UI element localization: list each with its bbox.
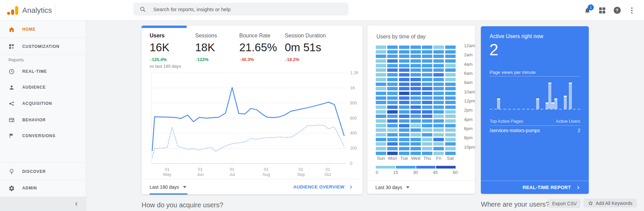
heatmap-cell <box>410 64 421 67</box>
heatmap-cell <box>387 78 398 81</box>
heatmap-cell <box>399 110 409 114</box>
person-icon <box>8 84 15 91</box>
apps-button[interactable] <box>595 3 610 18</box>
add-all-keywords-button[interactable]: Add All Keywords <box>584 199 637 207</box>
svg-text:400: 400 <box>350 131 357 135</box>
real-time-report-link[interactable]: REAL-TIME REPORT <box>523 185 581 190</box>
sidebar-item-audience[interactable]: AUDIENCE <box>0 80 86 95</box>
heatmap-cell <box>410 78 421 81</box>
realtime-table-divider <box>490 125 580 126</box>
heatmap-cell <box>376 152 386 155</box>
heatmap-cell <box>433 96 444 100</box>
heatmap-cell <box>399 152 409 155</box>
audience-overview-link[interactable]: AUDIENCE OVERVIEW <box>293 184 353 189</box>
heatmap-cell <box>376 115 386 118</box>
sidebar-item-conversions[interactable]: CONVERSIONS <box>0 128 86 143</box>
heatmap-cell <box>445 110 456 114</box>
heatmap-cell <box>387 142 398 146</box>
heatmap-cell <box>399 142 409 146</box>
heatmap-day-labels: SunMonTueWedThuFriSat <box>376 156 457 161</box>
sidebar-item-acquisition[interactable]: ACQUISITION <box>0 96 86 111</box>
pageviews-label: Page views per minute <box>490 70 536 75</box>
heatmap-cell <box>445 128 456 132</box>
heatmap-cell <box>387 96 398 100</box>
heatmap-cell <box>376 73 386 77</box>
heatmap-cell <box>445 59 456 63</box>
apps-grid-icon <box>599 7 605 13</box>
heatmap-cell <box>433 133 444 137</box>
behavior-icon <box>8 117 15 123</box>
pageviews-bar <box>497 98 500 109</box>
heatmap-cell <box>387 46 398 49</box>
heatmap-cell <box>376 92 386 95</box>
sidebar-item-behavior[interactable]: BEHAVIOR <box>0 113 86 127</box>
heatmap-cell <box>422 142 432 146</box>
heatmap-cell <box>445 115 456 118</box>
sidebar-item-discover[interactable]: DISCOVER <box>0 163 86 179</box>
heatmap-cell <box>410 133 421 137</box>
heatmap-cell <box>410 46 421 49</box>
notifications-button[interactable]: 1 <box>580 3 595 18</box>
reports-section-label: Reports <box>8 57 24 62</box>
heatmap-cell <box>399 92 409 95</box>
topbar: Analytics Search for reports, insights o… <box>0 0 644 21</box>
date-range-dropdown[interactable]: Last 30 days <box>375 185 409 190</box>
heatmap-cell <box>399 83 409 86</box>
heatmap-cell <box>376 68 386 72</box>
heatmap-cell <box>387 68 398 72</box>
heatmap-card-footer: Last 30 days <box>367 180 475 194</box>
heatmap-cell <box>445 106 456 109</box>
heatmap-cell <box>376 138 386 141</box>
heatmap-cell <box>387 92 398 95</box>
more-menu-button[interactable] <box>624 3 639 18</box>
export-csv-button[interactable]: Export CSV <box>549 199 580 208</box>
heatmap-cell <box>387 138 398 141</box>
sidebar-item-customization[interactable]: CUSTOMIZATION <box>0 38 86 55</box>
heatmap-cell <box>433 73 444 77</box>
heatmap-cell <box>387 59 398 63</box>
heatmap-cell <box>422 50 432 54</box>
heatmap-cell <box>376 83 386 86</box>
help-button[interactable]: ? <box>610 3 624 18</box>
sidebar-item-real-time[interactable]: REAL-TIME <box>0 64 86 79</box>
heatmap-cell <box>433 147 444 150</box>
chevron-down-icon <box>406 186 409 188</box>
heatmap-cell <box>433 124 444 127</box>
heatmap-cell <box>445 133 456 137</box>
heatmap-cell <box>410 92 421 95</box>
heatmap-cell <box>410 110 421 114</box>
heatmap-cell <box>376 87 386 90</box>
chevron-down-icon <box>183 186 186 188</box>
active-page-row[interactable]: /services-motors-pumps 2 <box>490 128 580 133</box>
heatmap-cell <box>387 152 398 155</box>
overview-card-footer: Last 180 days AUDIENCE OVERVIEW <box>142 179 363 194</box>
date-range-dropdown[interactable]: Last 180 days <box>150 184 186 190</box>
heatmap-cell <box>376 119 386 123</box>
where-users-question: Where are your users? <box>481 201 549 208</box>
clock-icon <box>8 68 15 75</box>
sidebar-collapse-button[interactable] <box>0 197 86 211</box>
heatmap-cell <box>399 138 409 141</box>
sidebar-item-admin[interactable]: ADMIN <box>0 181 86 195</box>
heatmap-cell <box>445 142 456 146</box>
heatmap-cell <box>433 138 444 141</box>
heatmap-cell <box>410 119 421 123</box>
analytics-logo[interactable]: Analytics <box>7 0 52 21</box>
heatmap-cell <box>410 73 421 77</box>
svg-text:600: 600 <box>350 116 357 121</box>
heatmap-cell <box>445 78 456 81</box>
svg-text:01: 01 <box>230 167 235 172</box>
heatmap-cell <box>410 152 421 155</box>
heatmap-cell <box>410 147 421 150</box>
heatmap-cell <box>433 142 444 146</box>
flag-icon <box>8 132 15 139</box>
heatmap-cell <box>422 83 432 86</box>
gear-icon <box>8 185 15 191</box>
sidebar-item-home[interactable]: HOME <box>0 21 86 38</box>
svg-text:01: 01 <box>264 167 269 172</box>
heatmap-cell <box>433 152 444 155</box>
heatmap-cell <box>422 92 432 95</box>
heatmap-cell <box>376 50 386 54</box>
svg-text:800: 800 <box>350 101 357 106</box>
search-input[interactable]: Search for reports, insights or help <box>133 3 348 16</box>
